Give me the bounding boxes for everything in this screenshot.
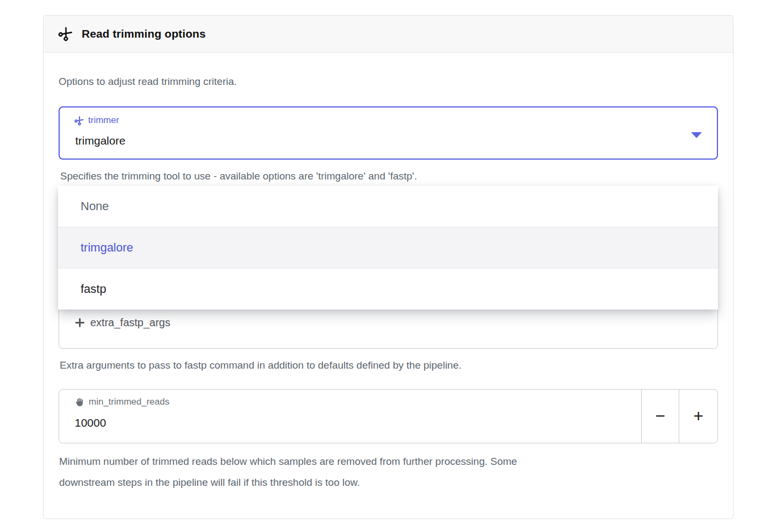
plus-icon <box>74 317 85 328</box>
help-line-1: Minimum number of trimmed reads below wh… <box>59 451 517 472</box>
min-trimmed-reads-group: min_trimmed_reads 10000 − + <box>59 389 718 443</box>
extra-fastp-args-label-row: extra_fastp_args <box>74 316 170 329</box>
min-trimmed-reads-value: 10000 <box>75 415 106 431</box>
trimmer-help-text: Specifies the trimming tool to use - ava… <box>60 168 417 184</box>
panel-header: Read trimming options <box>44 16 733 53</box>
dropdown-option-none[interactable]: None <box>58 186 718 227</box>
decrement-button[interactable]: − <box>641 389 679 443</box>
hand-icon <box>74 397 84 407</box>
increment-button[interactable]: + <box>679 389 718 443</box>
min-trimmed-reads-input[interactable]: min_trimmed_reads 10000 <box>59 389 642 443</box>
extra-fastp-args-label: extra_fastp_args <box>90 316 170 329</box>
chevron-down-icon[interactable] <box>691 132 702 138</box>
extra-fastp-args-help-text: Extra arguments to pass to fastp command… <box>60 357 462 373</box>
trimmer-select[interactable]: trimmer trimgalore <box>59 106 718 160</box>
panel-title: Read trimming options <box>82 27 206 40</box>
scissors-icon <box>73 114 86 127</box>
min-trimmed-reads-help-text: Minimum number of trimmed reads below wh… <box>59 451 517 493</box>
dropdown-option-trimgalore[interactable]: trimgalore <box>58 227 718 269</box>
scissors-icon <box>56 24 76 44</box>
read-trimming-options-panel: Read trimming options Options to adjust … <box>43 15 734 519</box>
trimmer-label: trimmer <box>88 114 119 127</box>
trimmer-value: trimgalore <box>75 133 125 149</box>
dropdown-option-fastp[interactable]: fastp <box>58 269 718 310</box>
trimmer-label-row: trimmer <box>75 114 119 127</box>
min-trimmed-reads-label: min_trimmed_reads <box>89 396 169 408</box>
trimmer-dropdown-menu: None trimgalore fastp <box>58 186 718 310</box>
help-line-2: downstream steps in the pipeline will fa… <box>59 472 517 493</box>
panel-description: Options to adjust read trimming criteria… <box>59 74 237 90</box>
min-trimmed-reads-label-row: min_trimmed_reads <box>74 396 169 408</box>
